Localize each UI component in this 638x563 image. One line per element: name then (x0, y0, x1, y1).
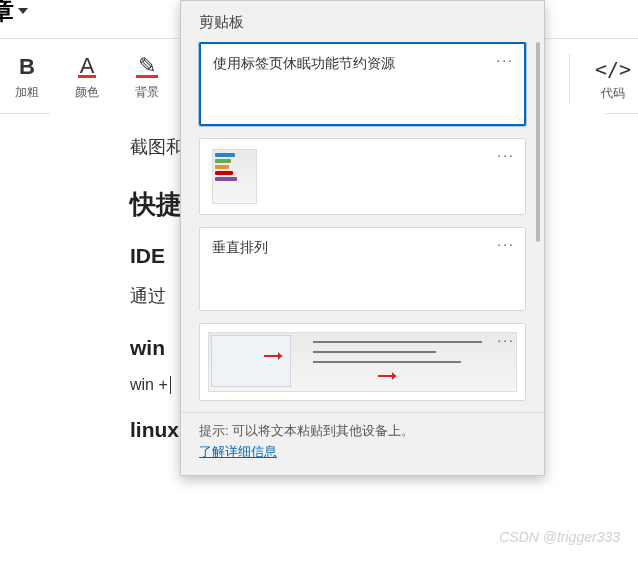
clipboard-item[interactable]: ··· (199, 138, 526, 215)
page-title-fragment: 章 (0, 0, 14, 27)
learn-more-link[interactable]: 了解详细信息 (199, 444, 277, 459)
clipboard-footer: 提示: 可以将文本粘贴到其他设备上。 了解详细信息 (181, 412, 544, 475)
more-icon[interactable]: ··· (496, 52, 514, 68)
clipboard-item[interactable]: 垂直排列 ··· (199, 227, 526, 311)
text-cursor (170, 376, 171, 394)
clipboard-thumbnail (212, 149, 257, 204)
color-button[interactable]: A 颜色 (62, 54, 112, 101)
background-icon: ✎ (136, 54, 158, 80)
clipboard-item-text: 垂直排列 (212, 238, 268, 258)
scrollbar[interactable] (536, 42, 540, 242)
clipboard-item[interactable]: 使用标签页休眠功能节约资源 ··· (199, 42, 526, 126)
editor-toolbar: B 加粗 A 颜色 ✎ 背景 (0, 54, 172, 101)
clipboard-item[interactable]: ··· (199, 323, 526, 401)
clipboard-thumbnail (208, 332, 517, 392)
background-label: 背景 (135, 84, 159, 101)
code-icon: </> (595, 57, 631, 81)
clipboard-title: 剪贴板 (181, 1, 544, 42)
background-button[interactable]: ✎ 背景 (122, 54, 172, 101)
editor-toolbar-right: </> 代码 (569, 54, 638, 104)
more-icon[interactable]: ··· (497, 236, 515, 252)
divider (569, 54, 570, 104)
watermark: CSDN @trigger333 (499, 529, 620, 545)
code-button[interactable]: </> 代码 (588, 57, 638, 102)
clipboard-tip: 提示: 可以将文本粘贴到其他设备上。 (199, 421, 526, 442)
page-header: 章 (0, 0, 28, 27)
clipboard-item-text: 使用标签页休眠功能节约资源 (213, 54, 395, 74)
clipboard-panel: 剪贴板 使用标签页休眠功能节约资源 ··· ··· 垂直排列 ··· ··· (180, 0, 545, 476)
color-label: 颜色 (75, 84, 99, 101)
more-icon[interactable]: ··· (497, 147, 515, 163)
bold-icon: B (19, 54, 35, 80)
color-icon: A (78, 54, 97, 80)
code-label: 代码 (601, 85, 625, 102)
more-icon[interactable]: ··· (497, 332, 515, 348)
chevron-down-icon[interactable] (18, 8, 28, 14)
bold-label: 加粗 (15, 84, 39, 101)
clipboard-list[interactable]: 使用标签页休眠功能节约资源 ··· ··· 垂直排列 ··· ··· (181, 42, 544, 412)
bold-button[interactable]: B 加粗 (2, 54, 52, 101)
